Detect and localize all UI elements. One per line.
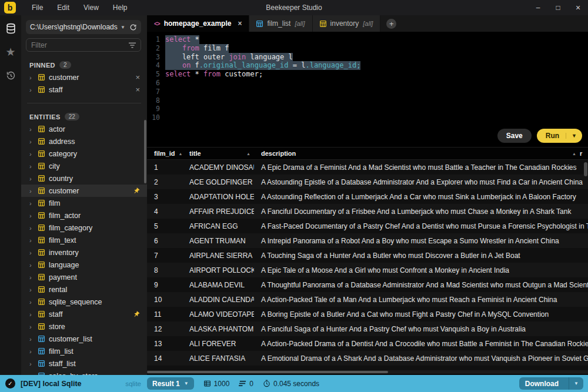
filter-icon[interactable] (129, 42, 136, 48)
maximize-button[interactable]: □ (548, 0, 568, 15)
entity-item-film_text[interactable]: › film_text (21, 234, 147, 246)
tab-close-icon[interactable]: × (238, 19, 242, 28)
entity-item-staff_list[interactable]: › staff_list (21, 357, 147, 370)
chevron-right-icon[interactable]: › (29, 138, 34, 145)
entity-item-country[interactable]: › country (21, 172, 147, 185)
entity-item-rental[interactable]: › rental (21, 283, 147, 296)
sql-editor[interactable]: 1select *2 from film f3 left outer join … (147, 32, 588, 147)
chevron-right-icon[interactable]: › (29, 150, 34, 158)
chevron-right-icon[interactable]: › (29, 187, 34, 195)
entity-item-film_list[interactable]: › film_list (21, 345, 147, 357)
table-row[interactable]: 9ALABAMA DEVILA Thoughtful Panorama of a… (147, 277, 588, 292)
menu-view[interactable]: View (77, 2, 105, 14)
chevron-right-icon[interactable]: › (29, 299, 34, 306)
sort-arrow-icon[interactable]: ▲ (572, 152, 576, 156)
column-header-film_id[interactable]: film_id▲ (147, 150, 182, 157)
run-options-caret-icon[interactable]: ▼ (566, 133, 582, 139)
sidebar-scrollbar[interactable] (144, 120, 146, 183)
chevron-right-icon[interactable]: › (29, 249, 34, 256)
chevron-right-icon[interactable]: › (29, 163, 34, 170)
chevron-right-icon[interactable]: › (29, 86, 34, 93)
table-row[interactable]: 5AFRICAN EGGA Fast-Paced Documentary of … (147, 219, 588, 233)
favorites-icon[interactable]: ★ (4, 45, 18, 59)
entity-item-payment[interactable]: › payment (21, 271, 147, 283)
chevron-right-icon[interactable]: › (29, 311, 34, 318)
column-header-description[interactable]: description▲ (254, 150, 580, 157)
entity-item-film[interactable]: › film (21, 197, 147, 209)
chevron-right-icon[interactable]: › (29, 286, 34, 293)
results-horizontal-scrollbar[interactable] (147, 370, 588, 374)
chevron-right-icon[interactable]: › (29, 360, 34, 367)
chevron-right-icon[interactable]: › (29, 200, 34, 207)
chevron-right-icon[interactable]: › (29, 336, 34, 343)
entity-item-sqlite_sequence[interactable]: › sqlite_sequence (21, 296, 147, 308)
pinned-item-customer[interactable]: › customer× (21, 71, 147, 83)
table-row[interactable]: 10ALADDIN CALENDARA Action-Packed Tale o… (147, 292, 588, 307)
tab-film_list[interactable]: film_list[all] (249, 15, 312, 32)
sort-arrow-icon[interactable]: ▲ (246, 152, 250, 156)
connection-status[interactable]: ✓ [DEV] local Sqlite sqlite (0, 378, 147, 388)
table-row[interactable]: 4AFFAIR PREJUDICEA Fanciful Documentary … (147, 204, 588, 219)
entity-item-address[interactable]: › address (21, 135, 147, 148)
run-button[interactable]: Run ▼ (537, 129, 582, 143)
chevron-right-icon[interactable]: › (29, 74, 34, 81)
save-button[interactable]: Save (497, 129, 532, 143)
entity-item-sales_by_store[interactable]: › sales_by_store (21, 370, 147, 375)
table-row[interactable]: 15ALIEN CENTERA Brilliant Drama of a Cat… (147, 366, 588, 370)
connection-path-selector[interactable]: C:\Users\ghstng\Downloads ▼ (26, 20, 141, 34)
close-button[interactable]: × (568, 0, 588, 15)
table-row[interactable]: 2ACE GOLDFINGERA Astounding Epistle of a… (147, 175, 588, 189)
entity-item-actor[interactable]: › actor (21, 123, 147, 135)
column-header-title[interactable]: title▲ (182, 150, 254, 157)
download-button[interactable]: Download ▼ (519, 377, 583, 390)
filter-input[interactable] (31, 41, 129, 49)
entity-item-film_actor[interactable]: › film_actor (21, 209, 147, 222)
unpin-close-icon[interactable]: × (135, 85, 140, 94)
minimize-button[interactable]: – (528, 0, 548, 15)
new-tab-button[interactable]: + (386, 19, 396, 29)
unpin-close-icon[interactable]: × (135, 73, 140, 82)
chevron-right-icon[interactable]: › (29, 212, 34, 219)
table-row[interactable]: 11ALAMO VIDEOTAPEA Boring Epistle of a B… (147, 307, 588, 321)
chevron-right-icon[interactable]: › (29, 126, 34, 133)
table-row[interactable]: 14ALICE FANTASIAA Emotional Drama of a A… (147, 351, 588, 366)
chevron-right-icon[interactable]: › (29, 225, 34, 232)
table-row[interactable]: 3ADAPTATION HOLESA Astounding Reflection… (147, 189, 588, 204)
entity-item-film_category[interactable]: › film_category (21, 222, 147, 234)
entity-item-customer[interactable]: › customer (21, 185, 147, 197)
entity-item-inventory[interactable]: › inventory (21, 246, 147, 259)
table-row[interactable]: 7AIRPLANE SIERRAA Touching Saga of a Hun… (147, 248, 588, 263)
tab-inventory[interactable]: inventory[all] (313, 15, 381, 32)
chevron-right-icon[interactable]: › (29, 262, 34, 269)
chevron-right-icon[interactable]: › (29, 237, 34, 244)
chevron-right-icon[interactable]: › (29, 323, 34, 330)
menu-file[interactable]: File (25, 2, 49, 14)
refresh-icon[interactable] (129, 24, 137, 31)
chevron-right-icon[interactable]: › (29, 175, 34, 182)
entity-item-store[interactable]: › store (21, 320, 147, 333)
entity-item-staff[interactable]: › staff (21, 308, 147, 320)
column-header-r[interactable]: r (580, 150, 588, 157)
chevron-right-icon[interactable]: › (29, 274, 34, 281)
pinned-item-staff[interactable]: › staff× (21, 83, 147, 96)
clock-icon (263, 380, 270, 387)
history-icon[interactable] (4, 68, 18, 82)
download-options-caret-icon[interactable]: ▼ (569, 377, 583, 390)
result-selector[interactable]: Result 1 ▼ (147, 377, 194, 390)
scrollbar-thumb[interactable] (147, 371, 388, 373)
table-row[interactable]: 8AIRPORT POLLOCKA Epic Tale of a Moose A… (147, 263, 588, 277)
table-row[interactable]: 6AGENT TRUMANA Intrepid Panorama of a Ro… (147, 233, 588, 248)
menu-edit[interactable]: Edit (51, 2, 76, 14)
chevron-right-icon[interactable]: › (29, 348, 34, 355)
entity-item-customer_list[interactable]: › customer_list (21, 333, 147, 345)
tab-homepage_example[interactable]: <>homepage_example× (147, 15, 249, 32)
menu-help[interactable]: Help (106, 2, 134, 14)
table-row[interactable]: 13ALI FOREVERA Action-Packed Drama of a … (147, 336, 588, 351)
entity-item-city[interactable]: › city (21, 160, 147, 172)
results-vertical-scrollbar[interactable] (584, 162, 587, 176)
database-icon[interactable] (4, 21, 18, 35)
table-row[interactable]: 12ALASKA PHANTOMA Fanciful Saga of a Hun… (147, 321, 588, 336)
entity-item-language[interactable]: › language (21, 259, 147, 271)
entity-item-category[interactable]: › category (21, 148, 147, 160)
table-row[interactable]: 1ACADEMY DINOSAURA Epic Drama of a Femin… (147, 160, 588, 175)
